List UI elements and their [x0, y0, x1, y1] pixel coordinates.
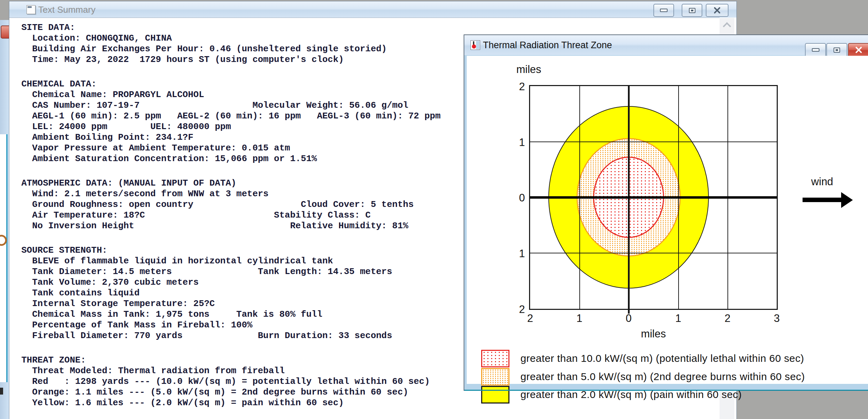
gridline-horizontal	[530, 142, 777, 142]
gridline-horizontal	[530, 253, 777, 253]
minimize-button[interactable]	[805, 43, 826, 57]
legend-item-yellow: greater than 2.0 kW/(sq m) (pain within …	[481, 387, 742, 402]
window-bottom-edge	[464, 390, 868, 391]
x-axis-zero-line	[628, 86, 630, 314]
maximize-button[interactable]	[682, 4, 702, 17]
wind-arrow-head-icon	[841, 192, 853, 208]
x-tick-label: 2	[522, 312, 538, 325]
legend-label: greater than 10.0 kW/(sq m) (potentially…	[520, 353, 804, 364]
maximize-icon	[834, 48, 840, 53]
y-axis-unit-label: miles	[516, 63, 541, 76]
wind-arrow-icon	[803, 198, 841, 202]
close-button[interactable]	[848, 43, 868, 57]
chevron-up-icon	[723, 22, 731, 30]
y-tick-label: 1	[509, 136, 525, 149]
thermal-threat-zone-window: Thermal Radiation Threat Zone 2	[464, 34, 868, 391]
legend-item-red: greater than 10.0 kW/(sq m) (potentially…	[481, 350, 804, 366]
text-summary-window-title: Text Summary	[38, 4, 95, 15]
threat-plot-area: 2 1 0 1 2 2 1 0 1 2 3 miles miles wind g…	[467, 56, 868, 384]
wind-label: wind	[798, 176, 846, 188]
y-tick-label: 2	[509, 81, 525, 93]
close-icon	[855, 46, 862, 53]
legend-item-orange: greater than 5.0 kW/(sq m) (2nd degree b…	[481, 369, 805, 385]
close-button[interactable]	[706, 4, 728, 17]
document-window-icon	[27, 5, 35, 14]
minimize-icon	[812, 48, 819, 52]
plot-frame: 2 1 0 1 2 2 1 0 1 2 3 miles miles	[529, 85, 778, 310]
red-zone-swatch-icon	[481, 350, 509, 367]
y-tick-label: 1	[509, 248, 525, 260]
text-summary-titlebar[interactable]: Text Summary	[9, 1, 736, 18]
maximize-icon	[689, 8, 695, 13]
y-axis-zero-line	[530, 196, 777, 199]
thermal-window-title: Thermal Radiation Threat Zone	[483, 40, 612, 51]
scroll-up-button[interactable]	[720, 18, 734, 32]
minimize-button[interactable]	[653, 4, 674, 17]
thermal-window-titlebar[interactable]: Thermal Radiation Threat Zone	[464, 35, 868, 55]
background-window-sliver	[0, 20, 10, 419]
x-tick-label: 2	[719, 312, 736, 325]
x-axis-unit-label: miles	[622, 328, 684, 340]
threat-plot-icon	[471, 40, 480, 50]
x-tick-label: 1	[670, 312, 686, 325]
minimize-icon	[660, 9, 668, 12]
maximize-button[interactable]	[826, 43, 847, 57]
background-window-content	[0, 134, 8, 382]
report-line: SITE DATA:	[21, 22, 720, 33]
y-tick-label: 0	[509, 192, 525, 204]
x-tick-label: 3	[768, 312, 785, 325]
orange-zone-swatch-icon	[481, 368, 509, 386]
x-tick-label: 0	[620, 312, 637, 325]
close-icon	[713, 7, 721, 14]
background-window-edge	[0, 388, 3, 395]
yellow-zone-swatch-icon	[481, 386, 509, 404]
legend-label: greater than 5.0 kW/(sq m) (2nd degree b…	[520, 371, 805, 383]
x-tick-label: 1	[571, 312, 588, 325]
